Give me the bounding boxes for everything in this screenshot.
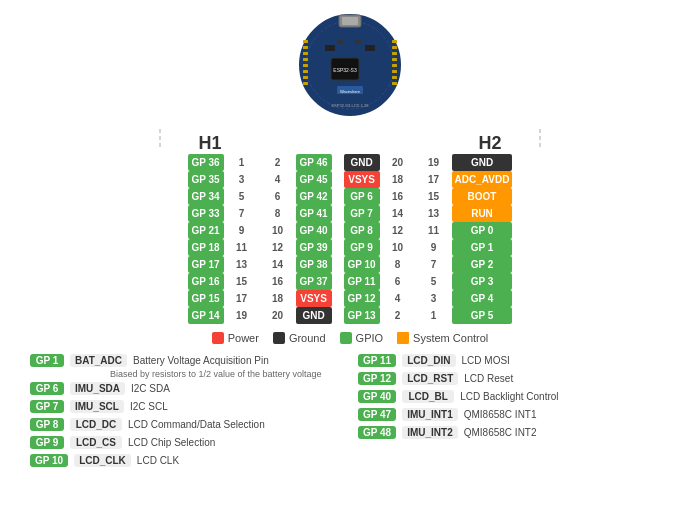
pin-badge: GP 10 bbox=[30, 454, 68, 467]
pin-label: GP 4 bbox=[452, 290, 513, 307]
desc-row: GP 6IMU_SDAI2C SDA bbox=[30, 382, 342, 395]
table-row: GP 3378GP 41 bbox=[188, 205, 332, 222]
pin-label: GP 41 bbox=[296, 205, 332, 222]
table-row: GP 181112GP 39 bbox=[188, 239, 332, 256]
pin-label: GND bbox=[344, 154, 380, 171]
pin-number: 10 bbox=[380, 239, 416, 256]
pin-label: GP 36 bbox=[188, 154, 224, 171]
desc-text: LCD Command/Data Selection bbox=[128, 419, 265, 430]
func-badge: LCD_BL bbox=[402, 390, 454, 403]
pin-number: 13 bbox=[416, 205, 452, 222]
svg-rect-17 bbox=[303, 82, 308, 85]
svg-rect-19 bbox=[392, 46, 397, 49]
func-badge: IMU_INT1 bbox=[402, 408, 458, 421]
table-row: GND2019GND bbox=[344, 154, 513, 171]
pin-badge: GP 8 bbox=[30, 418, 64, 431]
pin-number: 4 bbox=[260, 171, 296, 188]
pin-label: GP 6 bbox=[344, 188, 380, 205]
pin-badge: GP 6 bbox=[30, 382, 64, 395]
desc-row: GP 48IMU_INT2QMI8658C INT2 bbox=[358, 426, 670, 439]
ground-label: Ground bbox=[289, 332, 326, 344]
desc-row: GP 1BAT_ADCBattery Voltage Acquisition P… bbox=[30, 354, 342, 367]
pin-number: 8 bbox=[260, 205, 296, 222]
board-image: ESP32-S3 bbox=[295, 10, 405, 120]
pin-number: 17 bbox=[224, 290, 260, 307]
pin-label: GP 37 bbox=[296, 273, 332, 290]
svg-rect-25 bbox=[392, 82, 397, 85]
pin-badge: GP 9 bbox=[30, 436, 64, 449]
svg-text:ESP32-S3-LCD-1.28: ESP32-S3-LCD-1.28 bbox=[331, 103, 369, 108]
svg-rect-8 bbox=[337, 40, 343, 44]
pin-badge: GP 7 bbox=[30, 400, 64, 413]
pin-number: 14 bbox=[380, 205, 416, 222]
svg-text:Waveshare: Waveshare bbox=[340, 89, 361, 94]
pin-number: 7 bbox=[416, 256, 452, 273]
pin-number: 7 bbox=[224, 205, 260, 222]
func-badge: LCD_CLK bbox=[74, 454, 131, 467]
pin-number: 2 bbox=[380, 307, 416, 324]
pin-number: 1 bbox=[416, 307, 452, 324]
table-row: GP 151718VSYS bbox=[188, 290, 332, 307]
pin-number: 3 bbox=[416, 290, 452, 307]
pin-number: 9 bbox=[224, 222, 260, 239]
pin-badge: GP 11 bbox=[358, 354, 396, 367]
desc-left-column: GP 1BAT_ADCBattery Voltage Acquisition P… bbox=[30, 354, 342, 472]
pin-label: GP 7 bbox=[344, 205, 380, 222]
func-badge: LCD_RST bbox=[402, 372, 458, 385]
func-badge: IMU_SDA bbox=[70, 382, 125, 395]
pin-number: 6 bbox=[380, 273, 416, 290]
svg-rect-21 bbox=[392, 58, 397, 61]
desc-row: GP 11LCD_DINLCD MOSI bbox=[358, 354, 670, 367]
svg-rect-23 bbox=[392, 70, 397, 73]
pin-label: VSYS bbox=[296, 290, 332, 307]
ground-legend: Ground bbox=[273, 332, 326, 344]
pin-number: 17 bbox=[416, 171, 452, 188]
pin-label: GP 40 bbox=[296, 222, 332, 239]
pin-label: GND bbox=[452, 154, 513, 171]
desc-row: GP 47IMU_INT1QMI8658C INT1 bbox=[358, 408, 670, 421]
pin-label: GP 10 bbox=[344, 256, 380, 273]
pin-label: GP 46 bbox=[296, 154, 332, 171]
desc-text: QMI8658C INT2 bbox=[464, 427, 537, 438]
desc-text: I2C SCL bbox=[130, 401, 168, 412]
gpio-label: GPIO bbox=[356, 332, 384, 344]
svg-text:ESP32-S3: ESP32-S3 bbox=[333, 67, 357, 73]
table-row: GP 71413RUN bbox=[344, 205, 513, 222]
pin-label: GP 35 bbox=[188, 171, 224, 188]
sysctrl-label: System Control bbox=[413, 332, 488, 344]
desc-text: LCD Reset bbox=[464, 373, 513, 384]
svg-rect-18 bbox=[392, 40, 397, 43]
svg-rect-14 bbox=[303, 64, 308, 67]
pin-number: 15 bbox=[416, 188, 452, 205]
func-badge: IMU_INT2 bbox=[402, 426, 458, 439]
pin-number: 15 bbox=[224, 273, 260, 290]
pin-label: GND bbox=[296, 307, 332, 324]
sysctrl-dot bbox=[397, 332, 409, 344]
pin-label: BOOT bbox=[452, 188, 513, 205]
pin-number: 8 bbox=[380, 256, 416, 273]
pin-label: GP 0 bbox=[452, 222, 513, 239]
pin-label: GP 18 bbox=[188, 239, 224, 256]
pin-label: GP 13 bbox=[344, 307, 380, 324]
table-row: GP 21910GP 40 bbox=[188, 222, 332, 239]
pin-tables: GP 3612GP 46GP 3534GP 45GP 3456GP 42GP 3… bbox=[10, 154, 690, 324]
pin-label: GP 5 bbox=[452, 307, 513, 324]
pin-number: 9 bbox=[416, 239, 452, 256]
pin-number: 3 bbox=[224, 171, 260, 188]
sysctrl-legend: System Control bbox=[397, 332, 488, 344]
h2-table: GND2019GNDVSYS1817ADC_AVDDGP 61615BOOTGP… bbox=[344, 154, 513, 324]
header-labels-row: H1 H2 bbox=[60, 124, 640, 154]
pin-number: 18 bbox=[260, 290, 296, 307]
desc-row: GP 40LCD_BLLCD Backlight Control bbox=[358, 390, 670, 403]
pin-number: 10 bbox=[260, 222, 296, 239]
svg-rect-22 bbox=[392, 64, 397, 67]
table-row: GP 9109GP 1 bbox=[344, 239, 513, 256]
pin-label: GP 14 bbox=[188, 307, 224, 324]
desc-text: Battery Voltage Acquisition Pin bbox=[133, 355, 269, 366]
pin-label: GP 21 bbox=[188, 222, 224, 239]
table-row: GP 1243GP 4 bbox=[344, 290, 513, 307]
table-row: GP 3534GP 45 bbox=[188, 171, 332, 188]
pin-label: RUN bbox=[452, 205, 513, 222]
pin-number: 11 bbox=[224, 239, 260, 256]
pin-number: 19 bbox=[416, 154, 452, 171]
